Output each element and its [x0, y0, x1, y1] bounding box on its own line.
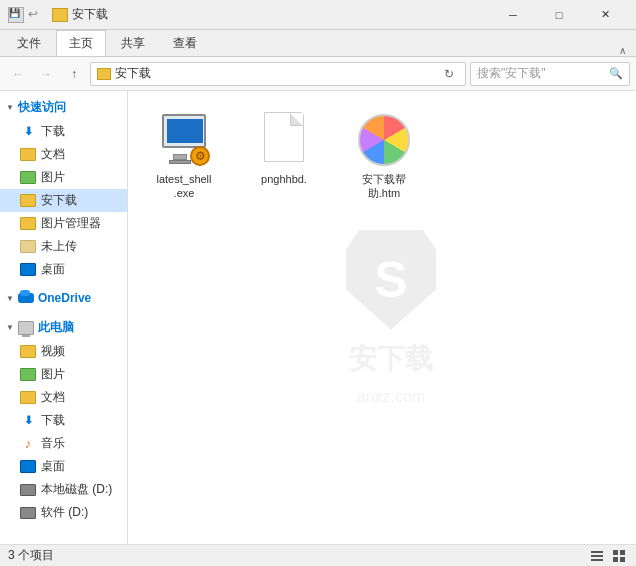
sidebar-item-label: 软件 (D:) — [41, 504, 88, 521]
images-folder-icon — [20, 367, 36, 383]
sidebar-item-desktop[interactable]: 桌面 — [0, 258, 127, 281]
sidebar-item-pic-manager[interactable]: 图片管理器 — [0, 212, 127, 235]
quick-access-header[interactable]: ▼ 快速访问 — [0, 95, 127, 120]
svg-rect-6 — [620, 557, 625, 562]
this-computer-arrow: ▼ — [6, 323, 14, 332]
quick-access-label: 快速访问 — [18, 99, 66, 116]
png-page — [264, 112, 304, 162]
refresh-button[interactable]: ↻ — [439, 63, 459, 85]
sidebar-item-download[interactable]: ⬇ 下载 — [0, 120, 127, 143]
address-bar[interactable]: 安下载 ↻ — [90, 62, 466, 86]
sidebar-item-label: 图片管理器 — [41, 215, 101, 232]
photo-icon-area — [354, 112, 414, 168]
quick-access-arrow: ▼ — [6, 103, 14, 112]
anzaixia-folder-icon — [20, 193, 36, 209]
sidebar-item-desktop2[interactable]: 桌面 — [0, 455, 127, 478]
software-disk-icon — [20, 505, 36, 521]
svg-rect-4 — [620, 550, 625, 555]
grid-view-button[interactable] — [610, 547, 628, 565]
address-text: 安下载 — [115, 65, 435, 82]
svg-rect-0 — [591, 551, 603, 553]
watermark-url: anxz.com — [357, 388, 425, 406]
this-computer-label: 此电脑 — [38, 319, 74, 336]
sidebar-item-images[interactable]: 图片 — [0, 363, 127, 386]
file-label-htm: 安下载帮 助.htm — [349, 172, 419, 201]
sidebar-item-video[interactable]: 视频 — [0, 340, 127, 363]
list-view-button[interactable] — [588, 547, 606, 565]
svg-rect-1 — [591, 555, 603, 557]
main-area: ▼ 快速访问 ⬇ 下载 文档 图片 安下载 图片管理器 未上传 桌面 — [0, 91, 636, 544]
up-button[interactable]: ↑ — [62, 62, 86, 86]
file-item-exe[interactable]: ⚙ latest_shell .exe — [144, 107, 224, 206]
file-label-exe: latest_shell .exe — [149, 172, 219, 201]
ribbon: 文件 主页 共享 查看 ∧ — [0, 30, 636, 57]
exe-gear-icon: ⚙ — [190, 146, 210, 166]
search-icon: 🔍 — [609, 67, 623, 80]
tab-view[interactable]: 查看 — [160, 30, 210, 56]
exe-monitor — [162, 114, 206, 148]
docs-folder-icon — [20, 390, 36, 406]
local-disk-icon — [20, 482, 36, 498]
view-toggle-icons — [588, 547, 628, 565]
file-area: 安下载 anxz.com ⚙ latest_shell .exe — [128, 91, 636, 544]
onedrive-icon — [18, 293, 34, 303]
sidebar-item-documents[interactable]: 文档 — [0, 143, 127, 166]
pic-manager-icon — [20, 216, 36, 232]
sidebar-item-label: 未上传 — [41, 238, 77, 255]
grid-view-icon — [612, 549, 626, 563]
sidebar-item-label: 本地磁盘 (D:) — [41, 481, 112, 498]
maximize-button[interactable]: □ — [536, 0, 582, 30]
svg-rect-3 — [613, 550, 618, 555]
sidebar-item-dl[interactable]: ⬇ 下载 — [0, 409, 127, 432]
this-computer-header[interactable]: ▼ 此电脑 — [0, 315, 127, 340]
sidebar-item-label: 视频 — [41, 343, 65, 360]
sidebar-item-label: 桌面 — [41, 458, 65, 475]
title-bar-icons: 💾 ↩ — [8, 7, 44, 23]
title-bar-folder-icon — [52, 8, 68, 22]
sidebar-item-not-uploaded[interactable]: 未上传 — [0, 235, 127, 258]
watermark: 安下载 anxz.com — [346, 230, 436, 406]
window-controls: ─ □ ✕ — [490, 0, 628, 30]
watermark-shield — [346, 230, 436, 330]
this-computer-icon — [18, 321, 34, 335]
sidebar-item-software-disk[interactable]: 软件 (D:) — [0, 501, 127, 524]
sidebar: ▼ 快速访问 ⬇ 下载 文档 图片 安下载 图片管理器 未上传 桌面 — [0, 91, 128, 544]
status-item-count: 3 个项目 — [8, 547, 54, 564]
sidebar-item-anzaixia[interactable]: 安下载 — [0, 189, 127, 212]
undo-icon: ↩ — [28, 7, 44, 23]
sidebar-item-music[interactable]: ♪ 音乐 — [0, 432, 127, 455]
save-icon: 💾 — [8, 7, 24, 23]
tab-file[interactable]: 文件 — [4, 30, 54, 56]
dl-icon: ⬇ — [20, 413, 36, 429]
onedrive-arrow: ▼ — [6, 294, 14, 303]
png-icon-area — [254, 112, 314, 168]
sidebar-item-label: 图片 — [41, 169, 65, 186]
window-title: 安下载 — [72, 6, 490, 23]
forward-button[interactable]: → — [34, 62, 58, 86]
png-icon — [260, 112, 308, 168]
navigation-bar: ← → ↑ 安下载 ↻ 搜索"安下载" 🔍 — [0, 57, 636, 91]
sidebar-item-label: 图片 — [41, 366, 65, 383]
file-item-png[interactable]: pnghhbd. — [244, 107, 324, 191]
png-fold — [291, 113, 303, 125]
sidebar-item-local-disk[interactable]: 本地磁盘 (D:) — [0, 478, 127, 501]
ribbon-expand-button[interactable]: ∧ — [612, 45, 632, 56]
sidebar-item-label: 音乐 — [41, 435, 65, 452]
file-item-htm[interactable]: 安下载帮 助.htm — [344, 107, 424, 206]
sidebar-item-docs[interactable]: 文档 — [0, 386, 127, 409]
desktop-icon — [20, 262, 36, 278]
tab-share[interactable]: 共享 — [108, 30, 158, 56]
close-button[interactable]: ✕ — [582, 0, 628, 30]
back-button[interactable]: ← — [6, 62, 30, 86]
svg-rect-2 — [591, 559, 603, 561]
video-folder-icon — [20, 344, 36, 360]
search-box[interactable]: 搜索"安下载" 🔍 — [470, 62, 630, 86]
minimize-button[interactable]: ─ — [490, 0, 536, 30]
onedrive-header[interactable]: ▼ OneDrive — [0, 287, 127, 309]
tab-home[interactable]: 主页 — [56, 30, 106, 56]
music-icon: ♪ — [20, 436, 36, 452]
sidebar-item-pictures[interactable]: 图片 — [0, 166, 127, 189]
exe-screen — [167, 119, 203, 143]
list-view-icon — [590, 549, 604, 563]
exe-icon-area: ⚙ — [154, 112, 214, 168]
